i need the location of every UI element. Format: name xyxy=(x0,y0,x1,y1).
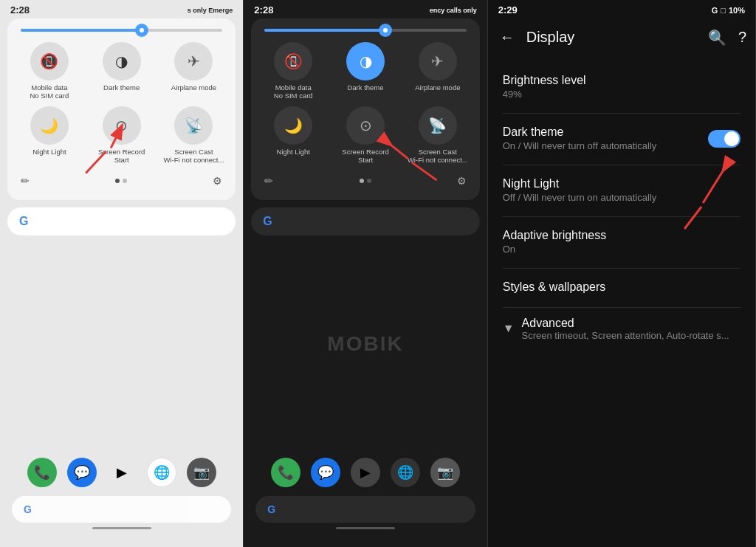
dark-theme-label-1: Dark theme xyxy=(103,83,140,92)
dark-theme-toggle[interactable] xyxy=(708,130,740,148)
styles-text: Styles & wallpapers xyxy=(503,281,740,295)
night-light-label-1: Night Light xyxy=(32,148,66,156)
svg-point-4 xyxy=(383,28,388,32)
qs-card-2: 📵 Mobile dataNo SIM card ◑ Dark theme ✈ … xyxy=(251,18,479,200)
tile-screen-record-2[interactable]: ⊙ Screen RecordStart xyxy=(332,106,399,165)
settings-dark-theme[interactable]: Dark theme On / Will never turn off auto… xyxy=(488,114,755,165)
status-icons-1: s only Emerge xyxy=(188,7,233,14)
nav-hint-1 xyxy=(0,523,243,532)
nav-hint-2 xyxy=(244,523,487,532)
settings-styles-wallpapers[interactable]: Styles & wallpapers xyxy=(488,269,755,307)
app-play-1[interactable]: ▶ xyxy=(107,458,137,487)
panel-3: 2:29 G □ 10% ← Display 🔍 ? Brightness le… xyxy=(488,0,756,547)
edit-icon-2[interactable]: ✏ xyxy=(264,175,273,187)
tile-mobile-data-1[interactable]: 📵 Mobile dataNo SIM card xyxy=(16,42,83,100)
tile-mobile-data-2[interactable]: 📵 Mobile dataNo SIM card xyxy=(260,42,326,100)
google-bar-2[interactable]: G xyxy=(251,207,479,235)
tile-dark-theme-2[interactable]: ◑ Dark theme xyxy=(332,42,399,100)
brightness-text: Brightness level 49% xyxy=(503,74,740,101)
brightness-slider-2[interactable] xyxy=(264,29,466,32)
settings-icon-2[interactable]: ⚙ xyxy=(457,175,467,187)
qs-bottom-2: ✏ ⚙ xyxy=(260,168,470,190)
dot-2b xyxy=(367,179,371,183)
app-chrome-1[interactable]: 🌐 xyxy=(147,458,176,487)
search-bar-1[interactable]: G xyxy=(12,496,231,523)
home-area-2: 📞 💬 ▶ 🌐 📷 G xyxy=(244,243,487,547)
app-camera-1[interactable]: 📷 xyxy=(187,458,216,487)
search-icon[interactable]: 🔍 xyxy=(708,29,726,47)
settings-adaptive-brightness[interactable]: Adaptive brightness On xyxy=(488,217,755,268)
brightness-title: Brightness level xyxy=(503,74,740,87)
airplane-icon-2: ✈ xyxy=(419,42,457,80)
display-title: Display xyxy=(526,29,699,46)
night-light-text: Night Light Off / Will never turn on aut… xyxy=(503,177,740,204)
app-messages-1[interactable]: 💬 xyxy=(67,458,97,487)
dark-theme-icon-1: ◑ xyxy=(103,42,141,80)
app-play-2[interactable]: ▶ xyxy=(351,458,380,487)
status-bar-3: 2:29 G □ 10% xyxy=(488,0,755,18)
nav-line-1 xyxy=(92,527,151,529)
advanced-subtitle: Screen timeout, Screen attention, Auto-r… xyxy=(522,330,729,341)
night-light-title: Night Light xyxy=(503,177,740,190)
tile-screen-record-1[interactable]: ⊙ Screen RecordStart xyxy=(89,106,155,165)
mobile-data-label-2: Mobile dataNo SIM card xyxy=(274,83,313,100)
app-messages-2[interactable]: 💬 xyxy=(311,458,340,487)
status-text-1: s only Emerge xyxy=(188,7,233,14)
tile-screen-cast-2[interactable]: 📡 Screen CastWi-Fi not connect... xyxy=(405,106,471,165)
status-text-2: ency calls only xyxy=(430,7,477,14)
panel-1: 2:28 s only Emerge 📵 Mobile dataNo SIM c… xyxy=(0,0,244,547)
tile-airplane-2[interactable]: ✈ Airplane mode xyxy=(405,42,471,100)
advanced-row[interactable]: ▼ Advanced Screen timeout, Screen attent… xyxy=(488,308,755,350)
tile-night-light-1[interactable]: 🌙 Night Light xyxy=(16,106,83,165)
status-icons-3: G □ 10% xyxy=(712,6,745,15)
dots-2 xyxy=(360,179,371,183)
qs-grid-1: 📵 Mobile dataNo SIM card ◑ Dark theme ✈ … xyxy=(16,39,227,168)
expand-icon: ▼ xyxy=(503,322,515,335)
dark-theme-icon-2: ◑ xyxy=(346,42,385,80)
tile-dark-theme-1[interactable]: ◑ Dark theme xyxy=(89,42,155,100)
qs-grid-2: 📵 Mobile dataNo SIM card ◑ Dark theme ✈ … xyxy=(260,39,470,168)
search-google-2: G xyxy=(267,503,275,515)
dark-theme-subtitle: On / Will never turn off automatically xyxy=(503,140,708,153)
time-3: 2:29 xyxy=(498,4,518,16)
app-chrome-2[interactable]: 🌐 xyxy=(391,458,420,487)
tile-airplane-1[interactable]: ✈ Airplane mode xyxy=(161,42,227,100)
edit-icon-1[interactable]: ✏ xyxy=(21,175,30,187)
app-camera-2[interactable]: 📷 xyxy=(430,458,460,487)
help-icon[interactable]: ? xyxy=(738,29,746,47)
app-phone-2[interactable]: 📞 xyxy=(271,458,300,487)
screen-cast-icon-1: 📡 xyxy=(174,106,213,145)
back-button[interactable]: ← xyxy=(497,26,518,49)
status-bar-1: 2:28 s only Emerge xyxy=(0,0,243,18)
dark-theme-label-2: Dark theme xyxy=(347,83,383,92)
google-bar-1[interactable]: G xyxy=(7,207,236,235)
google-logo-2: G xyxy=(263,215,272,228)
adaptive-title: Adaptive brightness xyxy=(503,229,740,242)
tile-screen-cast-1[interactable]: 📡 Screen CastWi-Fi not connect... xyxy=(161,106,227,165)
network-icon: G xyxy=(712,6,718,15)
adaptive-text: Adaptive brightness On xyxy=(503,229,740,256)
screen-cast-label-2: Screen CastWi-Fi not connect... xyxy=(408,148,468,165)
dots-1 xyxy=(115,179,127,183)
brightness-slider-1[interactable] xyxy=(21,29,222,32)
search-bar-2[interactable]: G xyxy=(255,496,475,523)
dark-theme-title: Dark theme xyxy=(503,125,708,139)
toggle-knob-dark xyxy=(724,131,739,146)
header-icons: 🔍 ? xyxy=(708,29,746,47)
screen-cast-label-1: Screen CastWi-Fi not connect... xyxy=(164,148,224,165)
settings-night-light[interactable]: Night Light Off / Will never turn on aut… xyxy=(488,165,755,216)
styles-title: Styles & wallpapers xyxy=(503,281,740,294)
mobile-data-label-1: Mobile dataNo SIM card xyxy=(30,83,69,100)
settings-brightness[interactable]: Brightness level 49% xyxy=(488,62,755,113)
app-phone-1[interactable]: 📞 xyxy=(27,458,57,487)
screen-record-icon-1: ⊙ xyxy=(103,106,141,145)
tile-night-light-2[interactable]: 🌙 Night Light xyxy=(260,106,326,165)
advanced-text: Advanced Screen timeout, Screen attentio… xyxy=(522,317,729,341)
night-light-icon-1: 🌙 xyxy=(30,106,69,145)
mobile-data-icon-1: 📵 xyxy=(30,42,69,80)
status-icons-2: ency calls only xyxy=(430,7,477,14)
battery-icon: □ xyxy=(721,6,726,15)
settings-icon-1[interactable]: ⚙ xyxy=(213,175,222,187)
brightness-fill-1 xyxy=(21,29,142,32)
settings-list: Brightness level 49% Dark theme On / Wil… xyxy=(488,56,755,547)
